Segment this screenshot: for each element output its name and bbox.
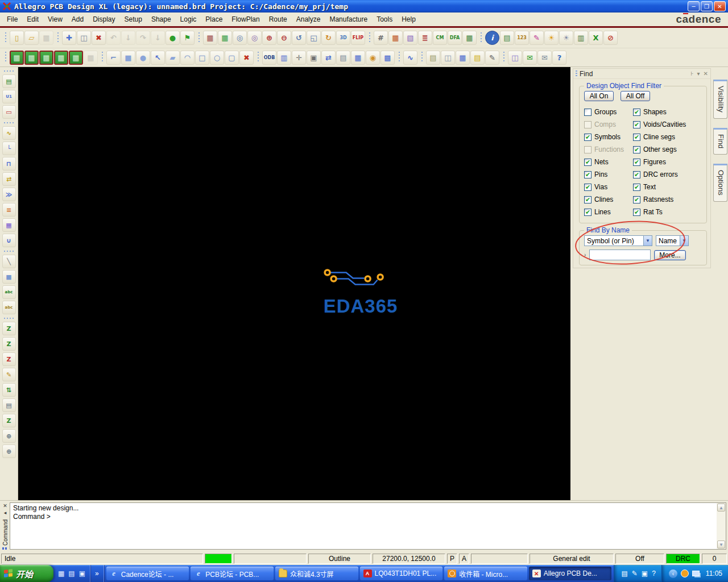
waveform-icon[interactable]: ∿ bbox=[403, 51, 417, 65]
board-disabled-icon[interactable]: ▦ bbox=[84, 51, 98, 65]
redo-icon[interactable]: ↷ bbox=[136, 31, 150, 45]
start-button[interactable]: 开始 bbox=[0, 565, 53, 582]
help-tray-icon[interactable]: ? bbox=[652, 569, 656, 577]
shadow-dim-icon[interactable]: ☀ bbox=[559, 31, 573, 45]
world-view-icon[interactable]: ● bbox=[166, 31, 180, 45]
redraw-icon[interactable]: ▦ bbox=[203, 31, 217, 45]
wrench-icon[interactable]: ✛ bbox=[292, 51, 306, 65]
checkbox-text[interactable]: Text bbox=[633, 181, 686, 193]
delete-icon[interactable]: ✖ bbox=[92, 31, 106, 45]
checkbox-box[interactable] bbox=[633, 171, 640, 178]
command-collapse-icon[interactable]: ◂ bbox=[4, 510, 7, 516]
pin-view-icon[interactable]: ⚑ bbox=[180, 31, 195, 45]
slide-etch-icon[interactable]: Z bbox=[2, 322, 16, 335]
quicklaunch-device-icon[interactable]: ▣ bbox=[79, 569, 85, 577]
find-panel-header[interactable]: Find ⊦ ▾ ✕ bbox=[573, 69, 710, 79]
checkbox-ratsnests[interactable]: Ratsnests bbox=[633, 193, 686, 206]
checkbox-box[interactable] bbox=[633, 109, 640, 116]
pattern-route-icon[interactable]: ▦ bbox=[2, 218, 16, 232]
add-connect-icon[interactable]: ∿ bbox=[2, 126, 16, 140]
find-name-input[interactable] bbox=[589, 250, 651, 260]
move-icon[interactable]: ✚ bbox=[62, 31, 76, 45]
all-on-button[interactable]: All On bbox=[584, 91, 614, 101]
command-scrollbar[interactable]: ▲ ▼ bbox=[717, 502, 726, 550]
menu-logic[interactable]: Logic bbox=[176, 14, 201, 25]
checkbox-pins[interactable]: Pins bbox=[584, 168, 633, 181]
checkbox-box[interactable] bbox=[584, 209, 592, 216]
task-allegro[interactable]: Allegro PCB De... bbox=[529, 567, 612, 580]
cm-view-icon[interactable]: CM bbox=[433, 31, 447, 45]
command-grip-icon[interactable] bbox=[2, 547, 8, 550]
overflow-chevron-icon[interactable]: » bbox=[95, 569, 99, 577]
keyboard-icon[interactable]: ▤ bbox=[621, 569, 627, 577]
odb-export-icon[interactable]: ODB bbox=[262, 51, 276, 65]
checkbox-box[interactable] bbox=[584, 134, 592, 141]
brush-icon[interactable]: ✎ bbox=[530, 31, 544, 45]
status-sheet-icon[interactable]: ▦ bbox=[462, 31, 477, 45]
delete-segment-icon[interactable]: Z bbox=[2, 352, 16, 366]
find-type-select[interactable]: Symbol (or Pin) ▼ bbox=[584, 235, 652, 246]
scroll-down-icon[interactable]: ▼ bbox=[717, 541, 725, 548]
check-note-icon[interactable]: ▤ bbox=[470, 51, 485, 65]
package-icon[interactable]: ▦ bbox=[456, 51, 470, 65]
zoom-redraw-icon[interactable]: ↻ bbox=[321, 31, 336, 45]
zoom-points-icon[interactable]: ◎ bbox=[247, 31, 262, 45]
zoom-rect-icon[interactable]: ◎ bbox=[233, 31, 247, 45]
properties-icon[interactable]: ▤ bbox=[500, 31, 514, 45]
chevron-down-icon[interactable]: ▼ bbox=[643, 236, 652, 246]
undo-icon[interactable]: ↶ bbox=[106, 31, 121, 45]
color-dialog-icon[interactable]: ▦ bbox=[388, 31, 403, 45]
checkbox-symbols[interactable]: Symbols bbox=[584, 131, 633, 143]
checkbox-groups[interactable]: Groups bbox=[584, 106, 633, 118]
clock-app-icon[interactable] bbox=[681, 569, 689, 577]
add-rect-shape-icon[interactable]: ■ bbox=[2, 270, 16, 284]
tab-find[interactable]: Find bbox=[713, 128, 727, 155]
menu-manufacture[interactable]: Manufacture bbox=[325, 14, 372, 25]
checkbox-box[interactable] bbox=[633, 196, 640, 203]
save-icon[interactable]: ▦ bbox=[39, 31, 53, 45]
tab-visibility[interactable]: Visibility bbox=[713, 80, 727, 119]
input-expand-icon[interactable]: › bbox=[584, 252, 586, 258]
mail-send-icon[interactable]: ✉ bbox=[523, 51, 537, 65]
zoom-in-icon[interactable]: ⊕ bbox=[262, 31, 276, 45]
checkbox-figures[interactable]: Figures bbox=[633, 156, 686, 168]
checkbox-box[interactable] bbox=[633, 159, 640, 166]
new-file-icon[interactable]: ▯ bbox=[10, 31, 24, 45]
task-folder[interactable]: 众和诚4.3寸屏 bbox=[275, 567, 358, 580]
net-tune-icon[interactable]: Z bbox=[2, 414, 16, 427]
update-symbol-icon[interactable]: ⇅ bbox=[2, 383, 16, 397]
checkbox-box[interactable] bbox=[633, 209, 640, 216]
grid-toggle-icon[interactable]: # bbox=[374, 31, 388, 45]
task-pcb-forum[interactable]: PCB论坛 - PCB... bbox=[191, 567, 274, 580]
menu-setup[interactable]: Setup bbox=[120, 14, 147, 25]
add-line-icon[interactable]: ╲ bbox=[2, 255, 16, 268]
checkbox-voids[interactable]: Voids/Cavities bbox=[633, 118, 686, 131]
info-icon[interactable]: i bbox=[485, 31, 499, 45]
add-rect-fill-icon[interactable]: ■ bbox=[121, 51, 135, 65]
checkbox-box[interactable] bbox=[633, 146, 640, 153]
flip-design-icon[interactable]: FLIP bbox=[351, 31, 365, 45]
view-3d-icon[interactable]: 3D bbox=[336, 31, 350, 45]
panel-close-icon[interactable]: ✕ bbox=[704, 70, 708, 77]
checkbox-box[interactable] bbox=[584, 146, 592, 153]
checkbox-nets[interactable]: Nets bbox=[584, 156, 633, 168]
route-meander-icon[interactable]: ⊓ bbox=[2, 157, 16, 171]
close-button[interactable]: ✕ bbox=[714, 1, 726, 11]
select-tool-icon[interactable]: ↖ bbox=[151, 51, 165, 65]
pick-mode-button[interactable]: P bbox=[447, 554, 457, 564]
dfa-view-icon[interactable]: DFA bbox=[448, 31, 462, 45]
board-new-icon[interactable]: ▦ bbox=[10, 51, 24, 65]
import-icon[interactable]: ↓ bbox=[151, 31, 165, 45]
swap-ref-icon[interactable]: ⇄ bbox=[321, 51, 336, 65]
add-line-seg-icon[interactable]: ⌐ bbox=[106, 51, 121, 65]
panel-menu-icon[interactable]: ▾ bbox=[697, 70, 700, 77]
command-console[interactable]: Starting new design...Command > bbox=[10, 502, 717, 550]
task-cadence-forum[interactable]: Cadence论坛 - ... bbox=[106, 567, 189, 580]
bundle-route-icon[interactable]: ≡ bbox=[2, 203, 16, 217]
checkbox-comps[interactable]: Comps bbox=[584, 118, 633, 131]
checkbox-box[interactable] bbox=[584, 171, 592, 178]
menu-route[interactable]: Route bbox=[264, 14, 292, 25]
checkbox-cline-segs[interactable]: Cline segs bbox=[633, 131, 686, 143]
help-icon[interactable]: ? bbox=[552, 51, 566, 65]
checkbox-other-segs[interactable]: Other segs bbox=[633, 143, 686, 156]
